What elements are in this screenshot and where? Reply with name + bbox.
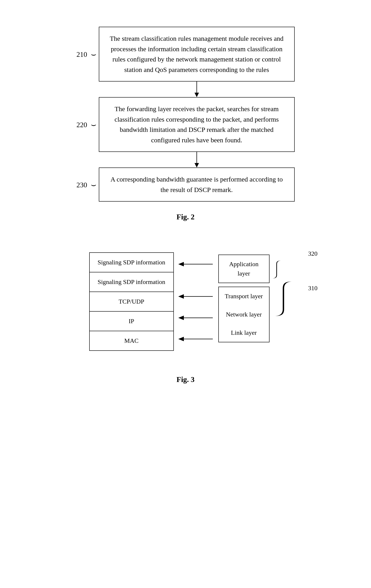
- network-layer-row: Network layer: [218, 305, 282, 324]
- arrows-middle: [174, 252, 218, 351]
- arrow-left-icon-3: [178, 313, 214, 322]
- step-label-220: 220 ⌣: [77, 120, 99, 129]
- bracket-220: ⌣: [91, 120, 96, 128]
- application-layer-row: Application layer ⎰: [218, 255, 282, 283]
- bracket-210: ⌣: [91, 50, 96, 58]
- svg-marker-5: [178, 262, 184, 266]
- flow-item-220: 220 ⌣ The forwarding layer receives the …: [18, 97, 353, 152]
- page: 210 ⌣ The stream classification rules ma…: [0, 0, 371, 588]
- bracket-230: ⌣: [91, 180, 96, 189]
- left-cell-3: IP: [90, 312, 173, 331]
- link-layer-row: Link layer: [218, 324, 282, 342]
- arrow-left-icon-4: [178, 335, 214, 343]
- left-cell-4: MAC: [90, 331, 173, 350]
- bracket-310-symbol: ⎰: [273, 281, 294, 314]
- flow-box-220: The forwarding layer receives the packet…: [99, 97, 295, 152]
- network-layer-box: Network layer: [218, 305, 270, 324]
- left-cell-0: Signaling SDP information: [90, 253, 173, 273]
- flow-item-230: 230 ⌣ A corresponding bandwidth guarante…: [18, 168, 353, 201]
- left-cell-2: TCP/UDP: [90, 292, 173, 312]
- fig2-section: 210 ⌣ The stream classification rules ma…: [18, 13, 353, 239]
- arrow-left-icon-1: [178, 260, 214, 269]
- svg-marker-3: [194, 163, 199, 168]
- link-layer-box: Link layer: [218, 324, 270, 342]
- left-cell-1: Signaling SDP information: [90, 273, 173, 292]
- right-layers: 320 Application layer ⎰ 310 Transport l: [218, 252, 282, 351]
- arrow-down-icon-1: [192, 82, 201, 97]
- arrow-left-icon-2: [178, 292, 214, 301]
- fig3-diagram: Signaling SDP information Signaling SDP …: [89, 252, 282, 351]
- flow-box-230: A corresponding bandwidth guarantee is p…: [99, 168, 295, 201]
- svg-marker-11: [178, 337, 184, 341]
- flow-box-210: The stream classification rules manageme…: [99, 27, 295, 82]
- arrow-down-2: [192, 152, 201, 168]
- left-packet-stack: Signaling SDP information Signaling SDP …: [89, 252, 174, 351]
- fig3-caption: Fig. 3: [177, 375, 194, 384]
- arrow-down-1: [192, 82, 201, 97]
- fig3-section: Signaling SDP information Signaling SDP …: [18, 239, 353, 402]
- application-layer-box: Application layer: [218, 255, 270, 283]
- label-320: 320: [308, 250, 318, 257]
- svg-marker-7: [178, 294, 184, 299]
- svg-marker-9: [178, 315, 184, 320]
- transport-layer-box: Transport layer: [218, 287, 270, 305]
- label-310: 310: [308, 285, 318, 292]
- transport-layer-row: Transport layer ⎰: [218, 287, 282, 305]
- arrow-down-icon-2: [192, 152, 201, 168]
- svg-marker-1: [194, 93, 199, 97]
- step-label-230: 230 ⌣: [77, 180, 99, 189]
- bracket-320-symbol: ⎰: [271, 261, 282, 277]
- fig2-caption: Fig. 2: [177, 213, 194, 221]
- flow-item-210: 210 ⌣ The stream classification rules ma…: [18, 27, 353, 82]
- step-label-210: 210 ⌣: [77, 50, 99, 59]
